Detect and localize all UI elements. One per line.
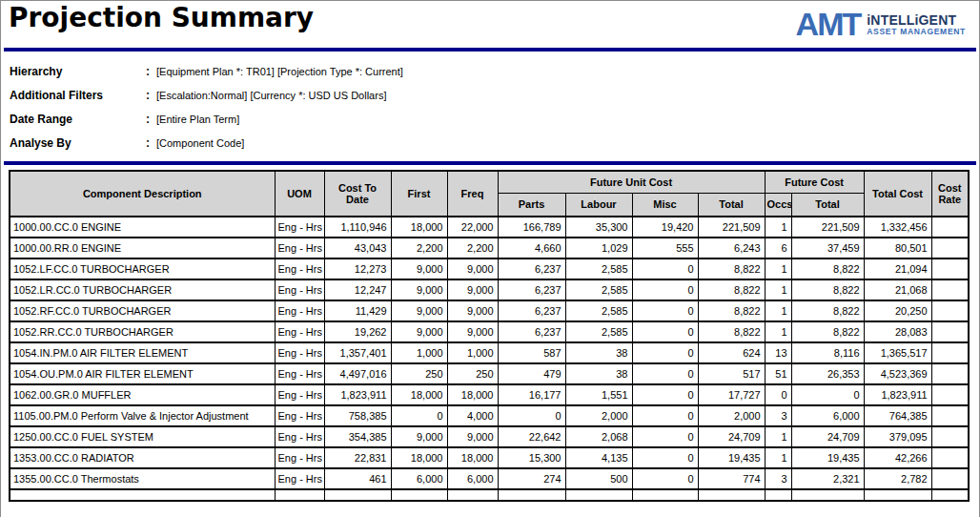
cell-cost-to-date: 12,273: [324, 258, 391, 279]
table-row: 1000.00.CC.0 ENGINEEng - Hrs1,110,94618,…: [10, 217, 969, 238]
cell-cost-rate: [931, 217, 969, 238]
col-group-future-cost: Future Cost: [765, 171, 864, 193]
cell-parts: 22,642: [498, 426, 565, 447]
cell-empty: [864, 489, 931, 501]
cell-future-total: 8,822: [791, 321, 864, 342]
cell-parts: 16,177: [498, 384, 565, 405]
cell-future-total: 0: [791, 384, 864, 405]
cell-cost-to-date: 22,831: [324, 447, 391, 468]
cell-freq: 250: [447, 363, 498, 384]
cell-cost-rate: [931, 363, 969, 384]
cell-misc: 0: [632, 447, 698, 468]
cell-empty: [324, 489, 391, 501]
cell-empty: [275, 489, 324, 501]
meta-value: [Equipment Plan *: TR01] [Projection Typ…: [156, 66, 403, 77]
amt-logo-name: iNTELLiGENT: [867, 13, 966, 27]
cell-cost-rate: [931, 300, 969, 321]
cell-first: 2,200: [391, 238, 447, 258]
cell-labour: 4,135: [565, 447, 632, 468]
cell-uom: Eng - Hrs: [275, 405, 324, 426]
cell-occs: 1: [765, 426, 791, 447]
cell-parts: 15,300: [498, 447, 565, 468]
cell-future-total: 26,353: [791, 363, 864, 384]
table-row: 1000.00.RR.0 ENGINEEng - Hrs43,0432,2002…: [10, 238, 969, 258]
cell-occs: 1: [765, 258, 791, 279]
cell-component-description: 1054.IN.PM.0 AIR FILTER ELEMENT: [10, 342, 275, 363]
cell-empty: [391, 489, 447, 501]
cell-first: 18,000: [391, 384, 447, 405]
cell-empty: [447, 489, 498, 501]
table-body: 1000.00.CC.0 ENGINEEng - Hrs1,110,94618,…: [10, 217, 969, 501]
cell-freq: 6,000: [447, 468, 498, 489]
cell-future-total: 8,822: [791, 300, 864, 321]
cell-empty: [565, 489, 632, 501]
table-row: 1054.IN.PM.0 AIR FILTER ELEMENTEng - Hrs…: [10, 342, 969, 363]
cell-freq: 18,000: [447, 447, 498, 468]
cell-component-description: 1052.LF.CC.0 TURBOCHARGER: [10, 258, 275, 279]
cell-total-cost: 21,068: [864, 279, 931, 300]
cell-cost-to-date: 1,823,911: [324, 384, 391, 405]
cell-misc: 0: [632, 321, 698, 342]
col-header-total-cost: Total Cost: [864, 171, 931, 217]
cell-uom: Eng - Hrs: [275, 300, 324, 321]
cell-empty: [931, 489, 969, 501]
meta-separator: :: [146, 65, 156, 78]
cell-empty: [498, 489, 565, 501]
meta-separator: :: [146, 89, 156, 102]
cell-first: 1,000: [391, 342, 447, 363]
cell-future-total: 8,822: [791, 258, 864, 279]
col-header-misc: Misc: [632, 193, 698, 217]
cell-labour: 2,585: [565, 279, 632, 300]
cell-unit-total: 8,822: [698, 279, 765, 300]
cell-uom: Eng - Hrs: [275, 342, 324, 363]
table-row: 1062.00.GR.0 MUFFLEREng - Hrs1,823,91118…: [10, 384, 969, 405]
table-row: 1052.RF.CC.0 TURBOCHARGEREng - Hrs11,429…: [10, 300, 969, 321]
cell-unit-total: 624: [698, 342, 765, 363]
cell-future-total: 221,509: [791, 217, 864, 238]
cell-occs: 1: [765, 217, 791, 238]
title-divider: [4, 48, 976, 52]
cell-cost-to-date: 758,385: [324, 405, 391, 426]
cell-unit-total: 8,822: [698, 258, 765, 279]
cell-occs: 3: [765, 468, 791, 489]
cell-labour: 2,585: [565, 258, 632, 279]
cell-unit-total: 517: [698, 363, 765, 384]
cell-occs: 1: [765, 300, 791, 321]
cell-uom: Eng - Hrs: [275, 258, 324, 279]
cell-cost-to-date: 1,357,401: [324, 342, 391, 363]
cell-cost-to-date: 354,385: [324, 426, 391, 447]
cell-cost-to-date: 11,429: [324, 300, 391, 321]
cell-first: 9,000: [391, 258, 447, 279]
table-header-row-groups: Component Description UOM Cost To Date F…: [10, 171, 969, 193]
cell-component-description: 1000.00.RR.0 ENGINE: [10, 238, 275, 258]
cell-occs: 1: [765, 279, 791, 300]
cell-freq: 2,200: [447, 238, 498, 258]
cell-occs: 51: [765, 363, 791, 384]
cell-cost-to-date: 4,497,016: [324, 363, 391, 384]
cell-first: 18,000: [391, 447, 447, 468]
meta-value: [Entire Plan Term]: [156, 114, 239, 125]
cell-misc: 0: [632, 468, 698, 489]
meta-value: [Escalation:Normal] [Currency *: USD US …: [156, 90, 386, 101]
cell-unit-total: 221,509: [698, 217, 765, 238]
cell-occs: 6: [765, 238, 791, 258]
cell-uom: Eng - Hrs: [275, 217, 324, 238]
meta-label: Additional Filters: [10, 89, 146, 102]
cell-parts: 274: [498, 468, 565, 489]
cell-total-cost: 4,523,369: [864, 363, 931, 384]
cell-component-description: 1062.00.GR.0 MUFFLER: [10, 384, 275, 405]
cell-component-description: 1105.00.PM.0 Perform Valve & Injector Ad…: [10, 405, 275, 426]
meta-label: Date Range: [10, 113, 146, 126]
cell-freq: 9,000: [447, 279, 498, 300]
cell-cost-rate: [931, 405, 969, 426]
cell-parts: 6,237: [498, 321, 565, 342]
cell-freq: 22,000: [447, 217, 498, 238]
meta-row-hierarchy: Hierarchy : [Equipment Plan *: TR01] [Pr…: [10, 65, 403, 89]
col-header-occs: Occs: [765, 193, 791, 217]
cell-cost-rate: [931, 258, 969, 279]
cell-cost-rate: [931, 321, 969, 342]
cell-labour: 1,029: [565, 238, 632, 258]
table-row-partial: [10, 489, 969, 501]
col-header-future-total: Total: [791, 193, 864, 217]
cell-total-cost: 1,365,517: [864, 342, 931, 363]
